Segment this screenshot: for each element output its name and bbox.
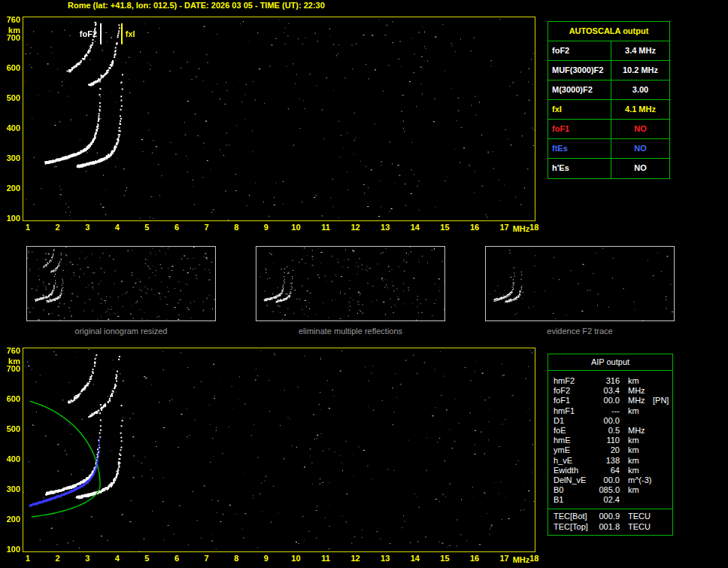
thumbnail-original-plot — [27, 247, 215, 320]
parameter-note — [650, 522, 672, 532]
parameter-label: foF2 — [554, 386, 593, 396]
autoscala-row-fof1: foF1NO — [548, 120, 669, 139]
thumbnail-original-frame — [26, 246, 216, 321]
y-tick-label: 200 — [0, 184, 20, 193]
parameter-label: TEC[Top] — [554, 522, 593, 532]
x-tick-label: 4 — [108, 554, 126, 563]
parameter-label: MUF(3000)F2 — [548, 61, 611, 80]
parameter-label: hmE — [554, 436, 593, 445]
thumbnail-no-multiples: eliminate multiple reflections — [256, 246, 445, 336]
thumbnail-f2-trace-frame — [485, 246, 675, 321]
parameter-value: 20 — [593, 445, 620, 455]
y-tick-label: 500 — [0, 93, 20, 102]
autoscala-row-fxi: fxI4.1 MHz — [548, 100, 669, 120]
parameter-label: ftEs — [548, 139, 611, 158]
parameter-unit: MHz — [620, 386, 650, 396]
parameter-unit: MHz — [620, 426, 650, 436]
parameter-value: 000.9 — [593, 512, 620, 521]
parameter-unit: km — [620, 406, 650, 416]
parameter-value: 64 — [593, 466, 620, 475]
y-tick-label: 760 — [0, 346, 20, 355]
parameter-label: fxI — [548, 100, 611, 119]
parameter-label: foF1 — [548, 120, 611, 138]
aip-tec-rows: TEC[Bot]000.9TECUTEC[Top]001.8TECU — [548, 509, 672, 534]
x-tick-label: 14 — [406, 223, 424, 232]
autoscala-table-title: AUTOSCALA output — [548, 22, 669, 41]
thumbnail-no-multiples-frame — [256, 246, 445, 321]
parameter-label: hmF1 — [554, 406, 593, 416]
aip-table-rows: hmF2316kmfoF203.4MHzfoF100.0MHz[PN]hmF1-… — [548, 371, 672, 509]
parameter-value: 316 — [593, 376, 620, 386]
parameter-unit: km — [620, 456, 650, 466]
aip-row-hve: h_vE138km — [548, 456, 672, 466]
parameter-label: h_vE — [554, 456, 593, 466]
x-tick-label: 4 — [108, 223, 126, 232]
aip-row-hme: hmE110km — [548, 436, 672, 445]
parameter-value: NO — [611, 139, 669, 158]
parameter-label: TEC[Bot] — [554, 512, 593, 521]
parameter-note — [650, 426, 672, 436]
parameter-label: Ewidth — [554, 466, 593, 475]
aip-row-fof2: foF203.4MHz — [548, 386, 672, 396]
x-tick-label: 11 — [317, 223, 335, 232]
x-tick-label: 14 — [406, 554, 424, 563]
parameter-unit: m^(-3) — [620, 475, 650, 485]
aip-row-yme: ymE20km — [548, 445, 672, 455]
parameter-note — [650, 416, 672, 426]
x-tick-label: 15 — [435, 554, 453, 563]
parameter-unit: km — [620, 436, 650, 445]
autoscala-window: Rome (lat: +41.8, lon: 012.5) - DATE: 20… — [0, 0, 728, 568]
parameter-value: 03.4 — [593, 386, 620, 396]
x-tick-label: 5 — [138, 223, 156, 232]
parameter-label: hmF2 — [554, 376, 593, 386]
x-tick-label: 9 — [257, 554, 275, 563]
parameter-label: ymE — [554, 445, 593, 455]
aip-row-d1: D100.0 — [548, 416, 672, 426]
x-tick-label: 13 — [376, 554, 394, 563]
parameter-label: foE — [554, 426, 593, 436]
y-tick-label: 300 — [0, 153, 20, 163]
y-tick-label: 400 — [0, 123, 20, 132]
x-tick-label: 7 — [198, 554, 216, 563]
y-tick-label: 200 — [0, 515, 20, 524]
parameter-value: 0.5 — [593, 426, 620, 436]
fxi-marker-line — [121, 23, 123, 44]
parameter-value: 4.1 MHz — [611, 100, 669, 119]
parameter-note — [650, 376, 672, 386]
parameter-value: NO — [611, 159, 669, 178]
y-tick-label: 600 — [0, 63, 20, 72]
parameter-value: 02.4 — [593, 495, 620, 505]
x-tick-label: 16 — [466, 554, 484, 563]
parameter-label: foF2 — [548, 41, 611, 60]
aip-output-table: AIP output hmF2316kmfoF203.4MHzfoF100.0M… — [548, 354, 673, 536]
x-tick-label: 12 — [347, 223, 365, 232]
parameter-note: [PN] — [650, 396, 672, 405]
x-axis-unit-label: MHz — [508, 555, 534, 564]
parameter-label: h'Es — [548, 159, 611, 178]
aip-row-delnve: DelN_vE00.0m^(-3) — [548, 475, 672, 485]
y-tick-label: 700 — [0, 364, 20, 373]
parameter-unit: km — [620, 445, 650, 455]
fof2-marker-line — [100, 23, 102, 44]
parameter-value: 085.0 — [593, 485, 620, 495]
parameter-note — [650, 445, 672, 455]
parameter-note — [650, 485, 672, 495]
x-tick-label: 8 — [227, 223, 245, 232]
aip-row-ewidth: Ewidth64km — [548, 466, 672, 475]
autoscala-row-hes: h'EsNO — [548, 159, 669, 178]
aip-row-b0: B0085.0km — [548, 485, 672, 495]
parameter-value: 138 — [593, 456, 620, 466]
x-tick-label: 3 — [78, 554, 96, 563]
parameter-value: 00.0 — [593, 475, 620, 485]
thumbnail-no-multiples-caption: eliminate multiple reflections — [256, 327, 445, 336]
parameter-unit: TECU — [620, 522, 650, 532]
aip-row-fof1: foF100.0MHz[PN] — [548, 396, 672, 405]
parameter-value: 110 — [593, 436, 620, 445]
x-tick-label: 1 — [19, 554, 37, 563]
x-tick-label: 2 — [49, 554, 67, 563]
fxi-marker-label: fxI — [126, 29, 135, 38]
aip-row-foe: foE0.5MHz — [548, 426, 672, 436]
aip-row-b1: B102.4 — [548, 495, 672, 505]
autoscala-row-fof2: foF23.4 MHz — [548, 41, 669, 61]
parameter-note — [650, 466, 672, 475]
